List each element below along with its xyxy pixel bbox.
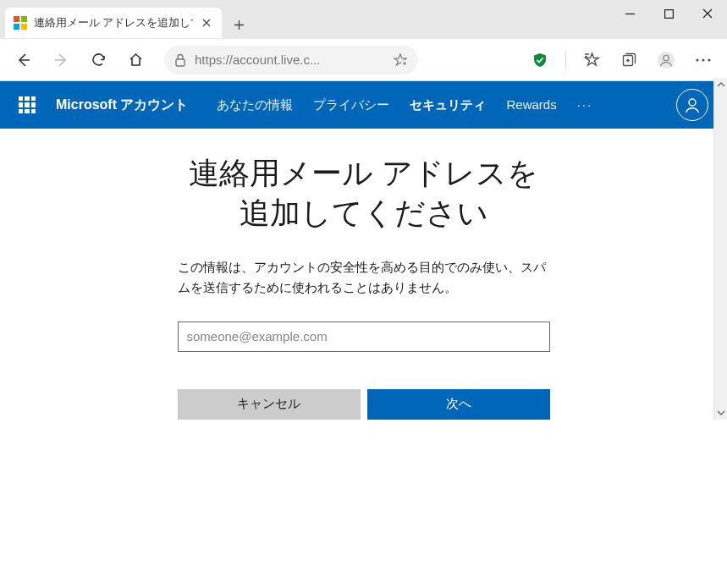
new-tab-button[interactable] [225, 11, 252, 38]
security-shield-icon[interactable] [523, 43, 557, 77]
window-close-button[interactable] [688, 0, 727, 27]
home-button[interactable] [118, 43, 152, 77]
tab-title: 連絡用メール アドレスを追加してくださ [34, 16, 193, 30]
collections-button[interactable] [612, 43, 646, 77]
menu-button[interactable] [686, 43, 720, 77]
refresh-button[interactable] [81, 43, 115, 77]
svg-point-8 [708, 58, 710, 61]
nav-item-security[interactable]: セキュリティ [410, 97, 486, 113]
ms-favicon [14, 16, 27, 30]
favorites-button[interactable] [575, 43, 609, 77]
email-input[interactable] [178, 321, 550, 352]
svg-point-7 [702, 58, 704, 61]
address-text: https://account.live.c... [195, 52, 384, 67]
svg-rect-0 [664, 9, 673, 18]
nav-items: あなたの情報 プライバシー セキュリティ Rewards ··· [217, 97, 592, 113]
app-launcher-icon[interactable] [19, 96, 36, 113]
ms-account-nav: Microsoft アカウント あなたの情報 プライバシー セキュリティ Rew… [0, 81, 727, 129]
svg-point-6 [696, 58, 698, 61]
window-titlebar: 連絡用メール アドレスを追加してくださ [0, 0, 727, 39]
vertical-scrollbar[interactable] [713, 78, 727, 420]
nav-item-more[interactable]: ··· [577, 97, 593, 113]
tab-close-icon[interactable] [200, 16, 213, 30]
window-maximize-button[interactable] [649, 0, 688, 27]
back-button[interactable] [7, 43, 41, 77]
scroll-up-icon[interactable] [714, 78, 727, 91]
main-content: 連絡用メール アドレスを追加してください この情報は、アカウントの安全性を高める… [0, 129, 727, 420]
nav-item-info[interactable]: あなたの情報 [217, 97, 293, 113]
svg-rect-1 [176, 59, 185, 66]
svg-point-9 [689, 99, 696, 106]
nav-item-rewards[interactable]: Rewards [506, 97, 556, 113]
cancel-button[interactable]: キャンセル [178, 389, 361, 420]
browser-tab[interactable]: 連絡用メール アドレスを追加してくださ [5, 8, 222, 38]
page-title: 連絡用メール アドレスを追加してください [178, 154, 550, 234]
lock-icon [174, 53, 186, 67]
address-bar[interactable]: https://account.live.c... [164, 46, 418, 74]
favorite-add-icon[interactable] [393, 52, 408, 68]
svg-point-4 [658, 52, 675, 69]
forward-button[interactable] [44, 43, 78, 77]
next-button[interactable]: 次へ [367, 389, 550, 420]
profile-button[interactable] [649, 43, 683, 77]
brand-label[interactable]: Microsoft アカウント [56, 96, 188, 114]
window-minimize-button[interactable] [610, 0, 649, 27]
browser-toolbar: https://account.live.c... [0, 39, 727, 81]
nav-item-privacy[interactable]: プライバシー [313, 97, 389, 113]
page-description: この情報は、アカウントの安全性を高める目的でのみ使い、スパムを送信するために使わ… [178, 257, 550, 298]
scroll-down-icon[interactable] [714, 406, 727, 420]
account-avatar[interactable] [676, 89, 708, 121]
